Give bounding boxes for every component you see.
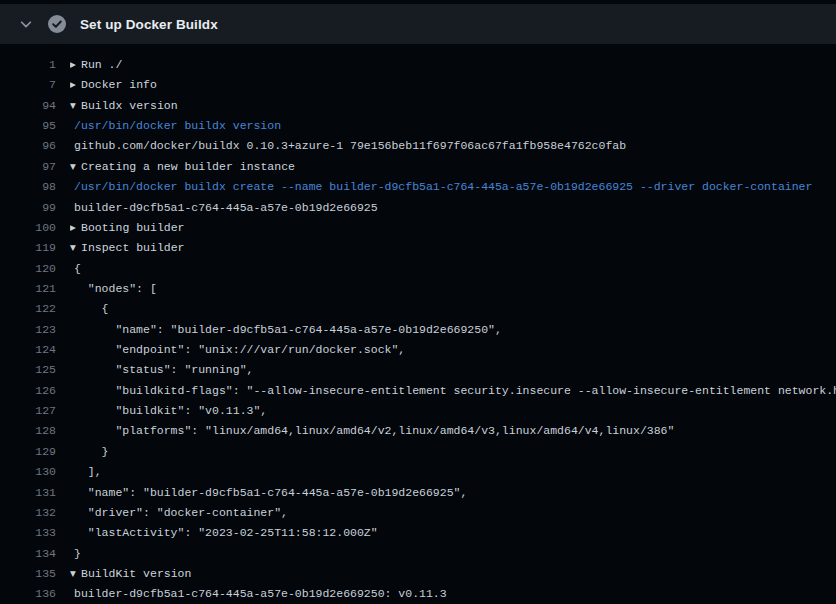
line-number[interactable]: 125 bbox=[0, 360, 56, 380]
log-text: Docker info bbox=[81, 75, 157, 95]
line-number[interactable]: 97 bbox=[0, 157, 56, 177]
line-number[interactable]: 1 bbox=[0, 55, 56, 75]
line-number[interactable]: 134 bbox=[0, 544, 56, 564]
log-line: 121 "nodes": [ bbox=[0, 279, 836, 299]
line-number[interactable]: 96 bbox=[0, 136, 56, 156]
line-number[interactable]: 123 bbox=[0, 320, 56, 340]
triangle-right-icon[interactable]: ▶ bbox=[70, 55, 81, 75]
line-number[interactable]: 121 bbox=[0, 279, 56, 299]
log-text: builder-d9cfb5a1-c764-445a-a57e-0b19d2e6… bbox=[70, 198, 378, 218]
line-body: { bbox=[70, 299, 836, 319]
log-text: { bbox=[70, 259, 81, 279]
log-group-header[interactable]: 7▶Docker info bbox=[0, 75, 836, 95]
log-text: Inspect builder bbox=[81, 238, 185, 258]
log-lines: 1▶Run ./7▶Docker info94▼Buildx version95… bbox=[0, 55, 836, 604]
log-line: 98/usr/bin/docker buildx create --name b… bbox=[0, 177, 836, 197]
line-number[interactable]: 126 bbox=[0, 381, 56, 401]
line-number[interactable]: 98 bbox=[0, 177, 56, 197]
line-body: "buildkit": "v0.11.3", bbox=[70, 401, 836, 421]
line-body: builder-d9cfb5a1-c764-445a-a57e-0b19d2e6… bbox=[70, 584, 836, 604]
log-line: 131 "name": "builder-d9cfb5a1-c764-445a-… bbox=[0, 483, 836, 503]
log-text: /usr/bin/docker buildx version bbox=[70, 116, 281, 136]
line-body: ], bbox=[70, 462, 836, 482]
line-number[interactable]: 133 bbox=[0, 523, 56, 543]
line-body: ▶Run ./ bbox=[70, 55, 836, 75]
line-number[interactable]: 124 bbox=[0, 340, 56, 360]
line-number[interactable]: 119 bbox=[0, 238, 56, 258]
log-text: "name": "builder-d9cfb5a1-c764-445a-a57e… bbox=[70, 320, 502, 340]
chevron-down-icon[interactable] bbox=[12, 10, 40, 38]
log-text: } bbox=[70, 442, 109, 462]
line-number[interactable]: 136 bbox=[0, 584, 56, 604]
log-line: 130 ], bbox=[0, 462, 836, 482]
line-body: ▼Creating a new builder instance bbox=[70, 157, 836, 177]
triangle-down-icon[interactable]: ▼ bbox=[70, 238, 81, 258]
line-body: "nodes": [ bbox=[70, 279, 836, 299]
step-header[interactable]: Set up Docker Buildx bbox=[0, 4, 836, 44]
line-number[interactable]: 129 bbox=[0, 442, 56, 462]
log-line: 125 "status": "running", bbox=[0, 360, 836, 380]
log-text: "endpoint": "unix:///var/run/docker.sock… bbox=[70, 340, 405, 360]
line-body: /usr/bin/docker buildx version bbox=[70, 116, 836, 136]
log-line: 122 { bbox=[0, 299, 836, 319]
line-number[interactable]: 135 bbox=[0, 564, 56, 584]
log-line: 133 "lastActivity": "2023-02-25T11:58:12… bbox=[0, 523, 836, 543]
log-line: 99builder-d9cfb5a1-c764-445a-a57e-0b19d2… bbox=[0, 198, 836, 218]
line-number[interactable]: 95 bbox=[0, 116, 56, 136]
log-text: Booting builder bbox=[81, 218, 185, 238]
line-body: github.com/docker/buildx 0.10.3+azure-1 … bbox=[70, 136, 836, 156]
log-line: 126 "buildkitd-flags": "--allow-insecure… bbox=[0, 381, 836, 401]
line-body: ▼BuildKit version bbox=[70, 564, 836, 584]
line-number[interactable]: 120 bbox=[0, 259, 56, 279]
log-line: 120{ bbox=[0, 259, 836, 279]
line-number[interactable]: 131 bbox=[0, 483, 56, 503]
log-line: 123 "name": "builder-d9cfb5a1-c764-445a-… bbox=[0, 320, 836, 340]
log-group-header[interactable]: 135▼BuildKit version bbox=[0, 564, 836, 584]
triangle-down-icon[interactable]: ▼ bbox=[70, 157, 81, 177]
log-text: "name": "builder-d9cfb5a1-c764-445a-a57e… bbox=[70, 483, 467, 503]
log-text: "platforms": "linux/amd64,linux/amd64/v2… bbox=[70, 421, 674, 441]
line-number[interactable]: 128 bbox=[0, 421, 56, 441]
triangle-down-icon[interactable]: ▼ bbox=[70, 564, 81, 584]
line-body: "buildkitd-flags": "--allow-insecure-ent… bbox=[70, 381, 836, 401]
line-number[interactable]: 7 bbox=[0, 75, 56, 95]
line-number[interactable]: 99 bbox=[0, 198, 56, 218]
log-text: Creating a new builder instance bbox=[81, 157, 295, 177]
log-line: 127 "buildkit": "v0.11.3", bbox=[0, 401, 836, 421]
line-number[interactable]: 132 bbox=[0, 503, 56, 523]
line-number[interactable]: 127 bbox=[0, 401, 56, 421]
log-line: 96github.com/docker/buildx 0.10.3+azure-… bbox=[0, 136, 836, 156]
triangle-down-icon[interactable]: ▼ bbox=[70, 96, 81, 116]
log-group-header[interactable]: 100▶Booting builder bbox=[0, 218, 836, 238]
log-text: "status": "running", bbox=[70, 360, 253, 380]
line-body: { bbox=[70, 259, 836, 279]
step-title: Set up Docker Buildx bbox=[80, 17, 218, 32]
log-text: "buildkit": "v0.11.3", bbox=[70, 401, 267, 421]
log-line: 132 "driver": "docker-container", bbox=[0, 503, 836, 523]
log-line: 124 "endpoint": "unix:///var/run/docker.… bbox=[0, 340, 836, 360]
triangle-right-icon[interactable]: ▶ bbox=[70, 75, 81, 95]
log-text: /usr/bin/docker buildx create --name bui… bbox=[70, 177, 812, 197]
log-group-header[interactable]: 1▶Run ./ bbox=[0, 55, 836, 75]
log-group-header[interactable]: 119▼Inspect builder bbox=[0, 238, 836, 258]
triangle-right-icon[interactable]: ▶ bbox=[70, 218, 81, 238]
log-text: "driver": "docker-container", bbox=[70, 503, 288, 523]
log-line: 136builder-d9cfb5a1-c764-445a-a57e-0b19d… bbox=[0, 584, 836, 604]
line-body: ▶Docker info bbox=[70, 75, 836, 95]
log-area: 1▶Run ./7▶Docker info94▼Buildx version95… bbox=[0, 44, 836, 604]
log-group-header[interactable]: 94▼Buildx version bbox=[0, 96, 836, 116]
line-body: ▼Inspect builder bbox=[70, 238, 836, 258]
log-text: } bbox=[70, 544, 81, 564]
line-number[interactable]: 122 bbox=[0, 299, 56, 319]
line-number[interactable]: 130 bbox=[0, 462, 56, 482]
line-body: } bbox=[70, 544, 836, 564]
line-body: ▼Buildx version bbox=[70, 96, 836, 116]
line-body: } bbox=[70, 442, 836, 462]
log-text: { bbox=[70, 299, 109, 319]
line-number[interactable]: 100 bbox=[0, 218, 56, 238]
log-text: "lastActivity": "2023-02-25T11:58:12.000… bbox=[70, 523, 378, 543]
log-text: Buildx version bbox=[81, 96, 178, 116]
log-group-header[interactable]: 97▼Creating a new builder instance bbox=[0, 157, 836, 177]
log-line: 134} bbox=[0, 544, 836, 564]
line-number[interactable]: 94 bbox=[0, 96, 56, 116]
